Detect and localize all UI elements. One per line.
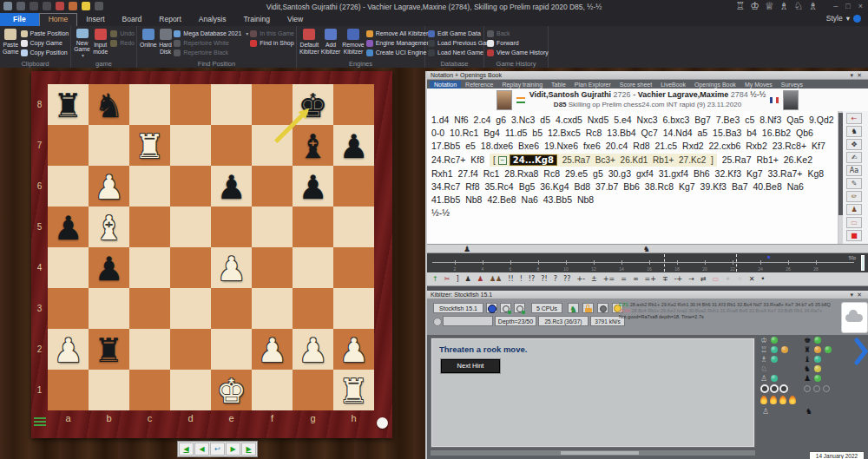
tab-replay-training[interactable]: Replay training xyxy=(497,81,547,89)
find-in-shop-button[interactable]: Find in Shop xyxy=(250,39,294,47)
square-h4[interactable] xyxy=(333,247,374,288)
square-a6[interactable] xyxy=(48,166,89,207)
square-b1[interactable] xyxy=(89,370,129,410)
square-a1[interactable] xyxy=(48,370,89,410)
back-button[interactable]: ◀ xyxy=(194,443,209,456)
square-d1[interactable] xyxy=(170,370,211,410)
pen-annotation-icon[interactable]: ✎ xyxy=(846,178,862,189)
square-f1[interactable] xyxy=(252,370,293,410)
annotation-symbol-button[interactable]: += xyxy=(603,272,615,285)
stop-icon[interactable]: ■ xyxy=(846,230,862,241)
kibitzer-minimize-icon[interactable]: ▾ xyxy=(851,292,858,298)
tab-notation[interactable]: Notation xyxy=(430,81,461,89)
annotation-symbol-button[interactable]: ?? xyxy=(563,272,571,285)
square-b3[interactable] xyxy=(89,288,129,329)
annotation-symbol-button[interactable]: ∞ xyxy=(633,272,639,285)
annotation-symbol-button[interactable]: ? xyxy=(554,272,557,285)
square-a5[interactable] xyxy=(48,207,89,247)
annotation-symbol-button[interactable]: ✂ xyxy=(444,272,450,285)
selected-move[interactable]: 24...Kg8 xyxy=(510,154,557,166)
square-b8[interactable] xyxy=(89,84,129,125)
square-b6[interactable] xyxy=(89,166,129,207)
annotation-symbol-button[interactable]: ± xyxy=(591,272,597,285)
cpus-button[interactable]: 5 CPUs xyxy=(531,303,562,313)
annotation-symbol-button[interactable]: ↑ xyxy=(432,272,438,285)
square-f3[interactable] xyxy=(252,288,293,329)
square-d6[interactable] xyxy=(170,166,211,207)
piece-quick-icon[interactable] xyxy=(69,2,77,10)
square-f2[interactable] xyxy=(252,329,293,370)
annotation-symbol-button[interactable]: ✧ xyxy=(737,272,743,285)
annotation-symbol-button[interactable]: • xyxy=(760,272,765,285)
online-button[interactable]: Online xyxy=(140,27,157,59)
annotation-symbol-button[interactable]: ♟ xyxy=(477,272,483,285)
square-h5[interactable] xyxy=(333,207,374,247)
view-game-history-button[interactable]: View Game History xyxy=(487,49,549,56)
book-strip[interactable]: ♟ ♞ xyxy=(427,244,868,253)
tab-file[interactable]: File xyxy=(0,13,39,26)
square-d4[interactable] xyxy=(170,247,211,288)
notation-close-icon[interactable]: ✕ xyxy=(857,72,865,78)
annotation-symbol-button[interactable]: ♟♟ xyxy=(490,272,502,285)
annotation-symbol-button[interactable]: ♟ xyxy=(465,272,471,285)
forward-button[interactable]: ▶ xyxy=(226,443,240,456)
annotation-symbol-button[interactable]: ?! xyxy=(541,272,547,285)
square-d3[interactable] xyxy=(170,288,211,329)
annotation-symbol-button[interactable]: !? xyxy=(529,272,535,285)
new-game-button[interactable]: New Game▾ xyxy=(74,27,90,59)
square-d5[interactable] xyxy=(170,207,211,247)
chess-board[interactable]: ♜♞♚♜♝♟♟♟♟♟♝♟♟♟♜♟♟♟♚♜ 87654321 abcdefgh xyxy=(31,71,392,438)
takeback-arrow-icon[interactable]: ← xyxy=(846,113,862,124)
qat-dropdown-icon[interactable] xyxy=(95,2,103,10)
square-e1[interactable] xyxy=(211,370,252,410)
undo-quick-icon[interactable] xyxy=(30,2,38,10)
square-h8[interactable] xyxy=(333,84,374,125)
square-f8[interactable] xyxy=(252,84,293,125)
square-f4[interactable] xyxy=(252,247,293,288)
next-hint-button[interactable]: Next Hint xyxy=(441,359,500,373)
engine-switch-button[interactable] xyxy=(486,303,497,313)
square-h1[interactable] xyxy=(333,370,374,410)
engine-line[interactable]: -0.9928.Bc4 Rb1+ 29.Ke2 bxa2 30.Bxa2 Rxh… xyxy=(619,308,836,314)
app-icon[interactable] xyxy=(3,2,12,10)
tab-insert[interactable]: Insert xyxy=(77,13,113,26)
evaluation-graph[interactable]: 246810121416182022242628 50p xyxy=(427,253,868,273)
square-c8[interactable] xyxy=(129,84,170,125)
tab-openings-book[interactable]: Openings Book xyxy=(690,81,740,89)
annotation-symbol-button[interactable]: ✕ xyxy=(749,272,755,285)
square-f5[interactable] xyxy=(252,207,293,247)
annotation-symbol-button[interactable]: ] xyxy=(456,272,458,285)
square-a7[interactable] xyxy=(48,125,89,166)
tab-score-sheet[interactable]: Score sheet xyxy=(615,81,656,89)
square-h7[interactable] xyxy=(333,125,374,166)
hard-disk-button[interactable]: Hard Disk xyxy=(159,27,173,59)
square-g6[interactable] xyxy=(293,166,333,207)
square-e6[interactable] xyxy=(211,166,252,207)
square-h2[interactable] xyxy=(333,329,374,370)
square-g2[interactable] xyxy=(293,329,333,370)
pieces-annotation-icon[interactable]: ♟ xyxy=(846,204,862,215)
text-before-move-icon[interactable]: Aa xyxy=(846,165,862,176)
annotation-symbol-button[interactable]: = xyxy=(621,272,627,285)
square-e7[interactable] xyxy=(211,125,252,166)
move-arrows-icon[interactable]: ✥ xyxy=(846,139,862,150)
engine-name-button[interactable]: Stockfish 15.1 xyxy=(433,303,483,313)
square-a2[interactable] xyxy=(48,329,89,370)
variation-moves[interactable]: 25.Ra7 Bc3+ 26.Kd1 Rb1+ 27.Kc2 xyxy=(562,155,706,165)
training-scrollbar-thumb[interactable] xyxy=(561,451,639,455)
tab-my-moves[interactable]: My Moves xyxy=(740,81,777,89)
tab-livebook[interactable]: LiveBook xyxy=(656,81,690,89)
bulb-quick-icon[interactable] xyxy=(82,2,90,10)
square-c4[interactable] xyxy=(129,247,170,288)
annotation-knight-icon[interactable]: ♞ xyxy=(846,126,862,137)
tab-report[interactable]: Report xyxy=(150,13,190,26)
square-c7[interactable] xyxy=(129,125,170,166)
engine-management-button[interactable]: Engine Management xyxy=(366,39,432,47)
help-icon[interactable] xyxy=(853,15,861,23)
square-e3[interactable] xyxy=(211,288,252,329)
square-b5[interactable] xyxy=(89,207,129,247)
board-menu-icon[interactable] xyxy=(34,416,46,428)
eval-graph-marker[interactable] xyxy=(861,255,865,271)
tab-surveys[interactable]: Surveys xyxy=(777,81,807,89)
notation-moves[interactable]: 1.d4 Nf6 2.c4 g6 3.Nc3 d5 4.cxd5 Nxd5 5.… xyxy=(427,111,838,244)
